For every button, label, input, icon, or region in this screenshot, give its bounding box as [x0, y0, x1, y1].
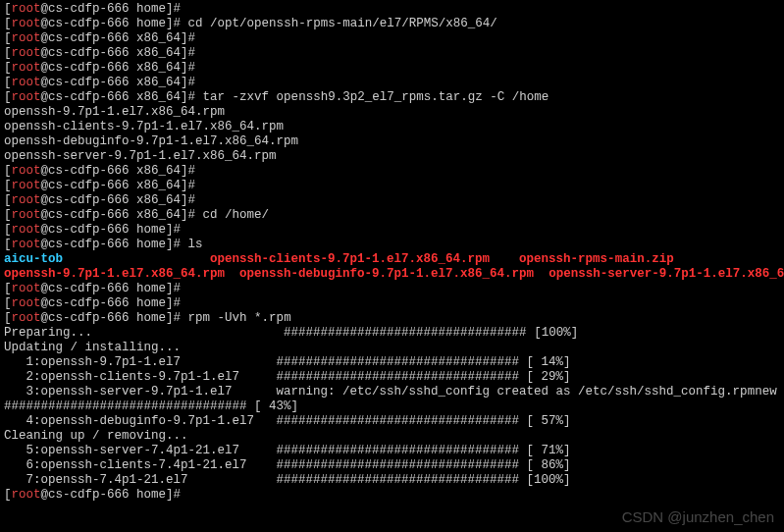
- rpm-step: 2:openssh-clients-9.7p1-1.el7 ##########…: [4, 370, 571, 384]
- watermark: CSDN @junzhen_chen: [622, 509, 774, 524]
- rpm-step: 3:openssh-server-9.7p1-1.el7 warning: /e…: [4, 385, 777, 399]
- cmd-ls: ls: [188, 238, 203, 251]
- ls-file: openssh-9.7p1-1.el7.x86_64.rpm: [4, 267, 225, 281]
- tar-output: openssh-server-9.7p1-1.el7.x86_64.rpm: [4, 149, 277, 163]
- prompt-line: [root@cs-cdfp-666 home]# rpm -Uvh *.rpm: [4, 311, 291, 325]
- prompt-line: [root@cs-cdfp-666 x86_64]# cd /home/: [4, 208, 269, 222]
- rpm-step: 5:openssh-server-7.4p1-21.el7 ##########…: [4, 444, 571, 457]
- rpm-updating-hdr: Updating / installing...: [4, 341, 181, 354]
- prompt-line: [root@cs-cdfp-666 home]#: [4, 2, 188, 16]
- prompt-line: [root@cs-cdfp-666 home]#: [4, 296, 188, 310]
- rpm-step: 6:openssh-clients-7.4p1-21.el7 #########…: [4, 458, 571, 472]
- prompt-line: [root@cs-cdfp-666 x86_64]#: [4, 31, 203, 45]
- ls-output-row2: openssh-9.7p1-1.el7.x86_64.rpm openssh-d…: [4, 267, 784, 281]
- cmd-rpm: rpm -Uvh *.rpm: [188, 311, 291, 325]
- tar-output: openssh-9.7p1-1.el7.x86_64.rpm: [4, 105, 225, 119]
- ls-file: openssh-server-9.7p1-1.el7.x86_64.rpm: [549, 267, 784, 281]
- ls-file: openssh-clients-9.7p1-1.el7.x86_64.rpm: [210, 252, 490, 266]
- prompt-line: [root@cs-cdfp-666 x86_64]#: [4, 164, 203, 178]
- prompt-line: [root@cs-cdfp-666 home]#: [4, 223, 188, 237]
- prompt-line: [root@cs-cdfp-666 x86_64]# tar -zxvf ope…: [4, 90, 549, 104]
- tar-output: openssh-debuginfo-9.7p1-1.el7.x86_64.rpm: [4, 134, 298, 148]
- prompt-line: [root@cs-cdfp-666 x86_64]#: [4, 193, 203, 207]
- prompt-line: [root@cs-cdfp-666 x86_64]#: [4, 179, 203, 192]
- prompt-line: [root@cs-cdfp-666 x86_64]#: [4, 61, 203, 75]
- ls-dir: aicu-tob: [4, 252, 63, 266]
- prompt-line: [root@cs-cdfp-666 x86_64]#: [4, 46, 203, 60]
- prompt-line: [root@cs-cdfp-666 home]# ls: [4, 238, 203, 251]
- tar-output: openssh-clients-9.7p1-1.el7.x86_64.rpm: [4, 120, 284, 133]
- prompt-line: [root@cs-cdfp-666 home]#: [4, 282, 188, 295]
- prompt-line: [root@cs-cdfp-666 home]# cd /opt/openssh…: [4, 17, 497, 30]
- rpm-step: 7:openssh-7.4p1-21.el7 #################…: [4, 473, 571, 487]
- prompt-line: [root@cs-cdfp-666 x86_64]#: [4, 76, 203, 89]
- cmd-tar: tar -zxvf openssh9.3p2_el7_rpms.tar.gz -…: [203, 90, 549, 104]
- ls-file: openssh-rpms-main.zip: [519, 252, 674, 266]
- rpm-step: 1:openssh-9.7p1-1.el7 ##################…: [4, 355, 571, 369]
- rpm-step: ################################# [ 43%]: [4, 399, 298, 413]
- ls-file: openssh-debuginfo-9.7p1-1.el7.x86_64.rpm: [239, 267, 534, 281]
- terminal[interactable]: [root@cs-cdfp-666 home]# [root@cs-cdfp-6…: [0, 0, 784, 505]
- prompt-line: [root@cs-cdfp-666 home]#: [4, 488, 188, 502]
- rpm-step: 4:openssh-debuginfo-9.7p1-1.el7 ########…: [4, 414, 571, 428]
- cmd-cd-home: cd /home/: [203, 208, 270, 222]
- ls-output-row1: aicu-tob openssh-clients-9.7p1-1.el7.x86…: [4, 252, 674, 266]
- cmd-cd: cd /opt/openssh-rpms-main/el7/RPMS/x86_6…: [188, 17, 497, 30]
- rpm-preparing: Preparing... ###########################…: [4, 326, 578, 340]
- rpm-cleaning-hdr: Cleaning up / removing...: [4, 429, 188, 443]
